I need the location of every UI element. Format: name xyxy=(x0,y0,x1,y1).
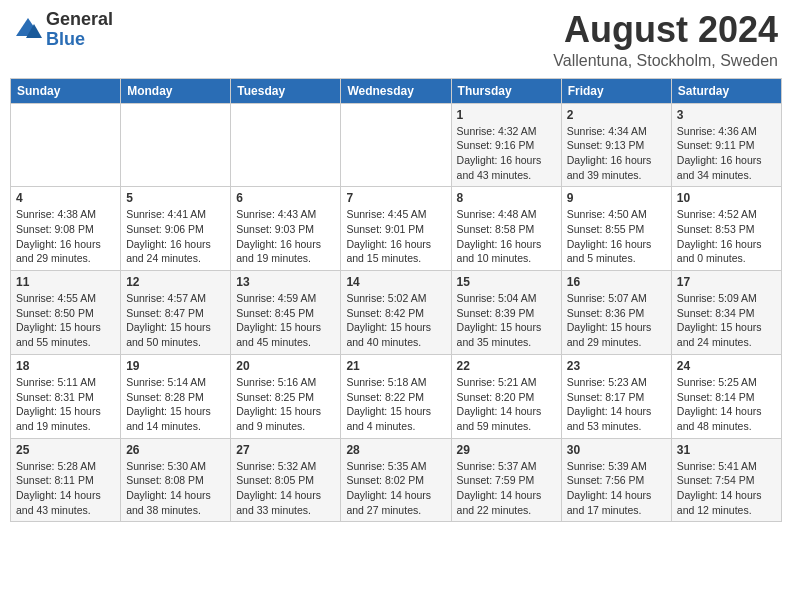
day-info: Sunrise: 5:02 AM Sunset: 8:42 PM Dayligh… xyxy=(346,291,445,350)
calendar-cell: 9Sunrise: 4:50 AM Sunset: 8:55 PM Daylig… xyxy=(561,187,671,271)
day-info: Sunrise: 5:23 AM Sunset: 8:17 PM Dayligh… xyxy=(567,375,666,434)
weekday-header-sunday: Sunday xyxy=(11,78,121,103)
weekday-header-friday: Friday xyxy=(561,78,671,103)
title-block: August 2024 Vallentuna, Stockholm, Swede… xyxy=(553,10,778,70)
day-number: 29 xyxy=(457,443,556,457)
day-number: 24 xyxy=(677,359,776,373)
calendar-cell: 19Sunrise: 5:14 AM Sunset: 8:28 PM Dayli… xyxy=(121,354,231,438)
day-number: 17 xyxy=(677,275,776,289)
day-info: Sunrise: 4:38 AM Sunset: 9:08 PM Dayligh… xyxy=(16,207,115,266)
day-number: 6 xyxy=(236,191,335,205)
day-info: Sunrise: 5:25 AM Sunset: 8:14 PM Dayligh… xyxy=(677,375,776,434)
day-info: Sunrise: 4:41 AM Sunset: 9:06 PM Dayligh… xyxy=(126,207,225,266)
calendar-cell: 14Sunrise: 5:02 AM Sunset: 8:42 PM Dayli… xyxy=(341,271,451,355)
calendar-cell xyxy=(231,103,341,187)
calendar-cell: 8Sunrise: 4:48 AM Sunset: 8:58 PM Daylig… xyxy=(451,187,561,271)
day-info: Sunrise: 5:14 AM Sunset: 8:28 PM Dayligh… xyxy=(126,375,225,434)
calendar-cell: 30Sunrise: 5:39 AM Sunset: 7:56 PM Dayli… xyxy=(561,438,671,522)
week-row-2: 4Sunrise: 4:38 AM Sunset: 9:08 PM Daylig… xyxy=(11,187,782,271)
calendar-cell: 10Sunrise: 4:52 AM Sunset: 8:53 PM Dayli… xyxy=(671,187,781,271)
day-info: Sunrise: 5:39 AM Sunset: 7:56 PM Dayligh… xyxy=(567,459,666,518)
logo-icon xyxy=(14,16,42,44)
day-number: 14 xyxy=(346,275,445,289)
calendar-cell: 18Sunrise: 5:11 AM Sunset: 8:31 PM Dayli… xyxy=(11,354,121,438)
weekday-header-monday: Monday xyxy=(121,78,231,103)
calendar-cell: 23Sunrise: 5:23 AM Sunset: 8:17 PM Dayli… xyxy=(561,354,671,438)
day-info: Sunrise: 5:21 AM Sunset: 8:20 PM Dayligh… xyxy=(457,375,556,434)
page-header: General Blue August 2024 Vallentuna, Sto… xyxy=(10,10,782,70)
calendar-cell: 13Sunrise: 4:59 AM Sunset: 8:45 PM Dayli… xyxy=(231,271,341,355)
calendar-cell: 12Sunrise: 4:57 AM Sunset: 8:47 PM Dayli… xyxy=(121,271,231,355)
calendar-cell xyxy=(11,103,121,187)
day-info: Sunrise: 5:35 AM Sunset: 8:02 PM Dayligh… xyxy=(346,459,445,518)
location: Vallentuna, Stockholm, Sweden xyxy=(553,52,778,70)
logo-text: General Blue xyxy=(46,10,113,50)
calendar-cell: 11Sunrise: 4:55 AM Sunset: 8:50 PM Dayli… xyxy=(11,271,121,355)
week-row-5: 25Sunrise: 5:28 AM Sunset: 8:11 PM Dayli… xyxy=(11,438,782,522)
day-number: 15 xyxy=(457,275,556,289)
day-info: Sunrise: 4:34 AM Sunset: 9:13 PM Dayligh… xyxy=(567,124,666,183)
day-info: Sunrise: 5:07 AM Sunset: 8:36 PM Dayligh… xyxy=(567,291,666,350)
day-info: Sunrise: 5:28 AM Sunset: 8:11 PM Dayligh… xyxy=(16,459,115,518)
day-info: Sunrise: 5:37 AM Sunset: 7:59 PM Dayligh… xyxy=(457,459,556,518)
day-info: Sunrise: 5:09 AM Sunset: 8:34 PM Dayligh… xyxy=(677,291,776,350)
day-number: 4 xyxy=(16,191,115,205)
day-info: Sunrise: 4:59 AM Sunset: 8:45 PM Dayligh… xyxy=(236,291,335,350)
week-row-4: 18Sunrise: 5:11 AM Sunset: 8:31 PM Dayli… xyxy=(11,354,782,438)
calendar-cell: 26Sunrise: 5:30 AM Sunset: 8:08 PM Dayli… xyxy=(121,438,231,522)
day-info: Sunrise: 5:18 AM Sunset: 8:22 PM Dayligh… xyxy=(346,375,445,434)
day-number: 22 xyxy=(457,359,556,373)
calendar-cell: 15Sunrise: 5:04 AM Sunset: 8:39 PM Dayli… xyxy=(451,271,561,355)
week-row-3: 11Sunrise: 4:55 AM Sunset: 8:50 PM Dayli… xyxy=(11,271,782,355)
day-number: 23 xyxy=(567,359,666,373)
day-info: Sunrise: 4:52 AM Sunset: 8:53 PM Dayligh… xyxy=(677,207,776,266)
calendar-cell: 16Sunrise: 5:07 AM Sunset: 8:36 PM Dayli… xyxy=(561,271,671,355)
day-number: 21 xyxy=(346,359,445,373)
day-number: 18 xyxy=(16,359,115,373)
day-number: 8 xyxy=(457,191,556,205)
day-number: 19 xyxy=(126,359,225,373)
calendar-cell: 5Sunrise: 4:41 AM Sunset: 9:06 PM Daylig… xyxy=(121,187,231,271)
weekday-header-wednesday: Wednesday xyxy=(341,78,451,103)
day-number: 3 xyxy=(677,108,776,122)
day-info: Sunrise: 5:11 AM Sunset: 8:31 PM Dayligh… xyxy=(16,375,115,434)
day-info: Sunrise: 4:32 AM Sunset: 9:16 PM Dayligh… xyxy=(457,124,556,183)
logo-general: General xyxy=(46,9,113,29)
day-info: Sunrise: 4:43 AM Sunset: 9:03 PM Dayligh… xyxy=(236,207,335,266)
day-number: 12 xyxy=(126,275,225,289)
day-number: 2 xyxy=(567,108,666,122)
day-number: 13 xyxy=(236,275,335,289)
logo-blue: Blue xyxy=(46,29,85,49)
calendar-cell: 2Sunrise: 4:34 AM Sunset: 9:13 PM Daylig… xyxy=(561,103,671,187)
day-number: 5 xyxy=(126,191,225,205)
month-year: August 2024 xyxy=(553,10,778,50)
logo: General Blue xyxy=(14,10,113,50)
day-number: 26 xyxy=(126,443,225,457)
calendar-cell: 29Sunrise: 5:37 AM Sunset: 7:59 PM Dayli… xyxy=(451,438,561,522)
day-number: 7 xyxy=(346,191,445,205)
day-info: Sunrise: 5:41 AM Sunset: 7:54 PM Dayligh… xyxy=(677,459,776,518)
day-info: Sunrise: 4:50 AM Sunset: 8:55 PM Dayligh… xyxy=(567,207,666,266)
calendar-table: SundayMondayTuesdayWednesdayThursdayFrid… xyxy=(10,78,782,523)
day-number: 9 xyxy=(567,191,666,205)
day-info: Sunrise: 5:32 AM Sunset: 8:05 PM Dayligh… xyxy=(236,459,335,518)
calendar-cell: 1Sunrise: 4:32 AM Sunset: 9:16 PM Daylig… xyxy=(451,103,561,187)
day-number: 1 xyxy=(457,108,556,122)
calendar-cell: 25Sunrise: 5:28 AM Sunset: 8:11 PM Dayli… xyxy=(11,438,121,522)
calendar-cell: 27Sunrise: 5:32 AM Sunset: 8:05 PM Dayli… xyxy=(231,438,341,522)
day-info: Sunrise: 5:04 AM Sunset: 8:39 PM Dayligh… xyxy=(457,291,556,350)
calendar-cell: 6Sunrise: 4:43 AM Sunset: 9:03 PM Daylig… xyxy=(231,187,341,271)
day-number: 11 xyxy=(16,275,115,289)
calendar-cell: 28Sunrise: 5:35 AM Sunset: 8:02 PM Dayli… xyxy=(341,438,451,522)
day-number: 31 xyxy=(677,443,776,457)
weekday-header-saturday: Saturday xyxy=(671,78,781,103)
calendar-cell: 17Sunrise: 5:09 AM Sunset: 8:34 PM Dayli… xyxy=(671,271,781,355)
calendar-cell xyxy=(341,103,451,187)
day-info: Sunrise: 4:48 AM Sunset: 8:58 PM Dayligh… xyxy=(457,207,556,266)
calendar-cell: 7Sunrise: 4:45 AM Sunset: 9:01 PM Daylig… xyxy=(341,187,451,271)
weekday-header-tuesday: Tuesday xyxy=(231,78,341,103)
calendar-cell: 3Sunrise: 4:36 AM Sunset: 9:11 PM Daylig… xyxy=(671,103,781,187)
day-info: Sunrise: 4:57 AM Sunset: 8:47 PM Dayligh… xyxy=(126,291,225,350)
calendar-cell: 4Sunrise: 4:38 AM Sunset: 9:08 PM Daylig… xyxy=(11,187,121,271)
weekday-header-row: SundayMondayTuesdayWednesdayThursdayFrid… xyxy=(11,78,782,103)
